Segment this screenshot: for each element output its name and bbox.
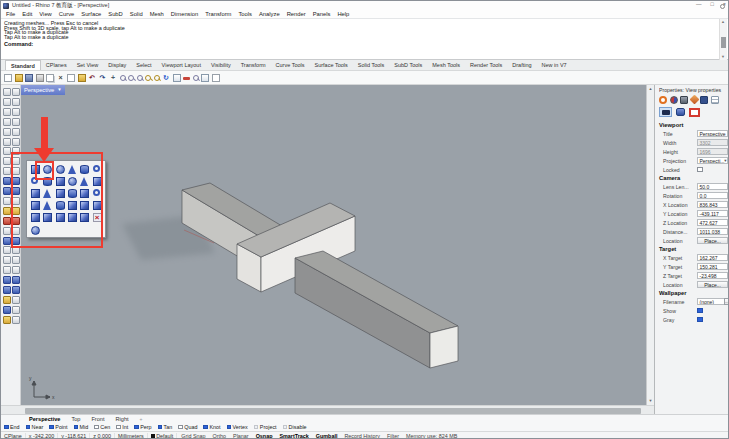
status-field-y-[interactable]: y -118.621 [58, 433, 90, 439]
menu-item-view[interactable]: View [39, 11, 51, 17]
status-toggle-gumball[interactable]: Gumball [316, 433, 338, 439]
viewport-title-tab[interactable]: Perspective ▼ [21, 85, 65, 95]
toolbar-tab-render-tools[interactable]: Render Tools [465, 60, 507, 70]
pan-view-icon[interactable]: + [109, 74, 117, 82]
property-value[interactable]: 50.0 [697, 183, 728, 191]
status-toggle-ortho[interactable]: Ortho [213, 433, 226, 439]
browse-button[interactable]: ... [724, 298, 729, 305]
join-icon[interactable] [3, 256, 11, 264]
scroll-thumb[interactable] [721, 37, 726, 48]
wallpaper-icon[interactable] [689, 108, 700, 117]
delete-icon[interactable]: × [57, 74, 65, 82]
pan-hand-icon[interactable] [183, 77, 190, 80]
menu-item-solid[interactable]: Solid [130, 11, 143, 17]
property-value[interactable]: 836.843 [697, 201, 728, 209]
osnap-disable[interactable]: Disable [283, 424, 307, 430]
zoom-in-icon[interactable] [128, 75, 134, 81]
toolbar-tab-new-in-v7[interactable]: New in V7 [537, 60, 572, 70]
status-toggle-grid-snap[interactable]: Grid Snap [181, 433, 205, 439]
property-value[interactable]: 1011.038 [697, 228, 728, 236]
command-prompt[interactable]: Command: [4, 41, 33, 47]
minimize-button[interactable]: — [696, 1, 702, 7]
menu-item-mesh[interactable]: Mesh [150, 11, 164, 17]
extrude-curve-icon[interactable] [3, 197, 11, 205]
rotate-view-icon[interactable]: ↻ [162, 74, 170, 82]
status-toggle-planar[interactable]: Planar [233, 433, 249, 439]
view-camera-icon[interactable] [659, 107, 672, 117]
toolbar-tab-subd-tools[interactable]: SubD Tools [389, 60, 427, 70]
status-field-x-[interactable]: x -342.200 [26, 433, 58, 439]
toolbar-tab-solid-tools[interactable]: Solid Tools [353, 60, 390, 70]
scroll-down-icon[interactable]: ▼ [649, 399, 653, 403]
menu-item-file[interactable]: File [6, 11, 15, 17]
toolbar-tab-curve-tools[interactable]: Curve Tools [271, 60, 310, 70]
perspective-viewport[interactable]: Perspective ▼ [21, 85, 646, 405]
polyline-icon[interactable] [3, 108, 11, 116]
viewport-tab-top[interactable]: Top [71, 416, 80, 422]
osnap-quad[interactable]: Quad [178, 424, 197, 430]
osnap-tan[interactable]: Tan [158, 424, 173, 430]
status-toggle-record-history[interactable]: Record History [344, 433, 380, 439]
osnap-end[interactable]: End [4, 424, 20, 430]
zoom-extents-icon[interactable] [154, 75, 160, 81]
paste-icon[interactable] [78, 74, 86, 82]
scroll-down-icon[interactable]: ▼ [721, 55, 725, 59]
layer-tools-icon[interactable] [3, 306, 11, 314]
explode-icon[interactable] [12, 256, 20, 264]
osnap-perp[interactable]: Perp [134, 424, 151, 430]
property-value[interactable]: 1696 [697, 148, 728, 156]
status-field-millimeters[interactable]: Millimeters [115, 433, 148, 439]
new-viewport-tab-icon[interactable]: + [140, 416, 143, 422]
menu-item-panels[interactable]: Panels [313, 11, 331, 17]
zoom-dynamic-icon[interactable] [120, 75, 126, 81]
circle-3pt-icon[interactable] [12, 118, 20, 126]
osnap-knot[interactable]: Knot [203, 424, 220, 430]
annotation-dot-icon[interactable] [12, 276, 20, 284]
menu-item-transform[interactable]: Transform [205, 11, 231, 17]
scale-icon[interactable] [3, 227, 11, 235]
toolbar-tab-standard[interactable]: Standard [5, 60, 41, 70]
fillet-curve-icon[interactable] [3, 207, 11, 215]
property-value[interactable]: Place... [697, 281, 728, 289]
transform-gumball-icon[interactable] [3, 217, 11, 225]
dimension-icon[interactable] [3, 286, 11, 294]
object-snap-icon[interactable] [212, 74, 220, 82]
locked-checkbox[interactable] [697, 167, 703, 173]
status-toggle-filter[interactable]: Filter [387, 433, 399, 439]
circle-icon[interactable] [3, 118, 11, 126]
viewport-tab-front[interactable]: Front [91, 416, 104, 422]
rectangle-icon[interactable] [3, 147, 11, 155]
handle-curve-icon[interactable] [12, 138, 20, 146]
four-viewports-icon[interactable] [173, 74, 181, 82]
surface-3pt-icon[interactable] [3, 177, 11, 185]
save-icon[interactable] [25, 74, 33, 82]
osnap-cen[interactable]: Cen [94, 424, 110, 430]
edit-point-icon[interactable] [3, 88, 11, 96]
menu-item-analyze[interactable]: Analyze [259, 11, 280, 17]
notes-pencil-icon[interactable] [689, 95, 699, 105]
scroll-up-icon[interactable]: ▲ [721, 20, 725, 24]
point-cloud-icon[interactable] [12, 98, 20, 106]
point-icon[interactable] [3, 98, 11, 106]
gray-checkbox[interactable] [697, 317, 703, 323]
property-value[interactable]: 3302 [697, 139, 728, 147]
zoom-window-icon[interactable] [145, 75, 151, 81]
menu-item-curve[interactable]: Curve [59, 11, 74, 17]
named-views-icon[interactable] [193, 75, 199, 81]
print-icon[interactable] [36, 74, 44, 82]
toolbar-tab-transform[interactable]: Transform [236, 60, 271, 70]
toolbar-tab-display[interactable]: Display [103, 60, 131, 70]
undo-icon[interactable]: ↶ [88, 74, 96, 82]
menu-item-render[interactable]: Render [287, 11, 306, 17]
property-value[interactable]: 0.0 [697, 192, 728, 200]
status-field-cplane[interactable]: CPlane [1, 433, 26, 439]
ellipse-icon[interactable] [3, 167, 11, 175]
property-value[interactable]: 150.281 [697, 263, 728, 271]
visibility-icon[interactable] [12, 306, 20, 314]
hatch-icon[interactable] [3, 296, 11, 304]
viewport-scrollbar-horizontal[interactable] [1, 405, 654, 414]
osnap-near[interactable]: Near [26, 424, 44, 430]
maximize-button[interactable]: □ [710, 1, 713, 7]
toolbar-tab-select[interactable]: Select [131, 60, 156, 70]
new-file-icon[interactable] [4, 74, 12, 82]
